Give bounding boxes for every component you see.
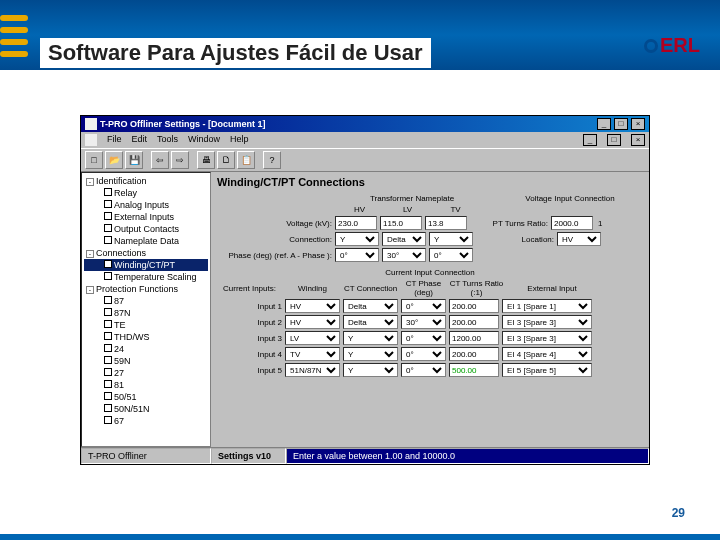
voltage-hv-input[interactable] xyxy=(335,216,377,230)
voltage-input-label: Voltage Input Connection xyxy=(510,194,630,203)
connection-lv-select[interactable]: Delta xyxy=(382,232,426,246)
ct-ratio-input[interactable] xyxy=(449,315,499,329)
toolbar-nav-left-button[interactable]: ⇦ xyxy=(151,151,169,169)
current-input-row: Input 1HVDelta0°EI 1 [Spare 1] xyxy=(217,299,643,313)
tree-item[interactable]: 50N/51N xyxy=(84,403,208,415)
input-label: Input 4 xyxy=(217,350,282,359)
winding-select[interactable]: HV xyxy=(285,315,340,329)
ct-phase-select[interactable]: 0° xyxy=(401,347,446,361)
ct-connection-select[interactable]: Delta xyxy=(343,315,398,329)
tree-item[interactable]: -Protection Functions xyxy=(84,283,208,295)
winding-select[interactable]: 51N/87N xyxy=(285,363,340,377)
tree-item[interactable]: 67 xyxy=(84,415,208,427)
toolbar-copy-button[interactable]: 📋 xyxy=(237,151,255,169)
main-panel: Winding/CT/PT Connections Transformer Na… xyxy=(211,172,649,447)
ct-ratio-input[interactable] xyxy=(449,363,499,377)
tree-item[interactable]: 59N xyxy=(84,355,208,367)
tree-item[interactable]: Analog Inputs xyxy=(84,199,208,211)
winding-select[interactable]: LV xyxy=(285,331,340,345)
toolbar-nav-right-button[interactable]: ⇨ xyxy=(171,151,189,169)
panel-title: Winding/CT/PT Connections xyxy=(217,176,643,188)
tree-item[interactable]: 87 xyxy=(84,295,208,307)
tree-item[interactable]: 50/51 xyxy=(84,391,208,403)
ct-ratio-input[interactable] xyxy=(449,347,499,361)
external-input-select[interactable]: EI 5 [Spare 5] xyxy=(502,363,592,377)
winding-select[interactable]: HV xyxy=(285,299,340,313)
toolbar-preview-button[interactable]: 🗋 xyxy=(217,151,235,169)
tree-item[interactable]: Winding/CT/PT xyxy=(84,259,208,271)
ct-phase-select[interactable]: 0° xyxy=(401,331,446,345)
tree-item[interactable]: -Connections xyxy=(84,247,208,259)
location-label: Location: xyxy=(484,235,554,244)
nav-tree[interactable]: -IdentificationRelayAnalog InputsExterna… xyxy=(81,172,211,447)
doc-maximize-button[interactable]: □ xyxy=(607,134,621,146)
transformer-nameplate-label: Transformer Nameplate xyxy=(337,194,487,203)
menu-window[interactable]: Window xyxy=(188,134,220,146)
tree-item[interactable]: Output Contacts xyxy=(84,223,208,235)
toolbar-print-button[interactable]: 🖶 xyxy=(197,151,215,169)
phase-tv-select[interactable]: 0° xyxy=(429,248,473,262)
voltage-lv-input[interactable] xyxy=(380,216,422,230)
tree-item[interactable]: Relay xyxy=(84,187,208,199)
input-label: Input 2 xyxy=(217,318,282,327)
location-select[interactable]: HV xyxy=(557,232,601,246)
voltage-tv-input[interactable] xyxy=(425,216,467,230)
col-ct-phase: CT Phase (deg) xyxy=(401,279,446,297)
toolbar-save-button[interactable]: 💾 xyxy=(125,151,143,169)
menu-edit[interactable]: Edit xyxy=(132,134,148,146)
ct-ratio-input[interactable] xyxy=(449,331,499,345)
connection-tv-select[interactable]: Y xyxy=(429,232,473,246)
external-input-select[interactable]: EI 3 [Spare 3] xyxy=(502,315,592,329)
current-input-row: Input 3LVY0°EI 3 [Spare 3] xyxy=(217,331,643,345)
tree-item[interactable]: Nameplate Data xyxy=(84,235,208,247)
tree-item[interactable]: External Inputs xyxy=(84,211,208,223)
connection-hv-select[interactable]: Y xyxy=(335,232,379,246)
external-input-select[interactable]: EI 3 [Spare 3] xyxy=(502,331,592,345)
menu-tools[interactable]: Tools xyxy=(157,134,178,146)
phase-label: Phase (deg) (ref. A - Phase ): xyxy=(217,251,332,260)
input-label: Input 3 xyxy=(217,334,282,343)
tree-item[interactable]: -Identification xyxy=(84,175,208,187)
col-lv: LV xyxy=(385,205,430,214)
current-input-row: Input 551N/87NY0°EI 5 [Spare 5] xyxy=(217,363,643,377)
voltage-label: Voltage (kV): xyxy=(217,219,332,228)
external-input-select[interactable]: EI 1 [Spare 1] xyxy=(502,299,592,313)
tree-item[interactable]: 87N xyxy=(84,307,208,319)
tree-item[interactable]: TE xyxy=(84,319,208,331)
current-input-row: Input 4TVY0°EI 4 [Spare 4] xyxy=(217,347,643,361)
toolbar-new-button[interactable]: □ xyxy=(85,151,103,169)
current-section-label: Current Input Connection xyxy=(385,268,474,277)
phase-lv-select[interactable]: 30° xyxy=(382,248,426,262)
toolbar-help-button[interactable]: ? xyxy=(263,151,281,169)
close-button[interactable]: × xyxy=(631,118,645,130)
tree-item[interactable]: 81 xyxy=(84,379,208,391)
ct-phase-select[interactable]: 0° xyxy=(401,299,446,313)
ct-ratio-input[interactable] xyxy=(449,299,499,313)
tree-item[interactable]: Temperature Scaling xyxy=(84,271,208,283)
phase-hv-select[interactable]: 0° xyxy=(335,248,379,262)
doc-minimize-button[interactable]: _ xyxy=(583,134,597,146)
external-input-select[interactable]: EI 4 [Spare 4] xyxy=(502,347,592,361)
slide-title: Software Para Ajustes Fácil de Usar xyxy=(40,38,431,68)
menu-file[interactable]: File xyxy=(107,134,122,146)
minimize-button[interactable]: _ xyxy=(597,118,611,130)
maximize-button[interactable]: □ xyxy=(614,118,628,130)
current-rows-container: Input 1HVDelta0°EI 1 [Spare 1]Input 2HVD… xyxy=(217,299,643,377)
ct-connection-select[interactable]: Y xyxy=(343,347,398,361)
titlebar: T-PRO Offliner Settings - [Document 1] _… xyxy=(81,116,649,132)
ct-phase-select[interactable]: 30° xyxy=(401,315,446,329)
tree-item[interactable]: THD/WS xyxy=(84,331,208,343)
menu-help[interactable]: Help xyxy=(230,134,249,146)
doc-close-button[interactable]: × xyxy=(631,134,645,146)
bottom-bar xyxy=(0,534,720,540)
tree-item[interactable]: 27 xyxy=(84,367,208,379)
col-winding: Winding xyxy=(285,284,340,293)
ct-connection-select[interactable]: Delta xyxy=(343,299,398,313)
ct-connection-select[interactable]: Y xyxy=(343,331,398,345)
tree-item[interactable]: 24 xyxy=(84,343,208,355)
winding-select[interactable]: TV xyxy=(285,347,340,361)
ct-phase-select[interactable]: 0° xyxy=(401,363,446,377)
toolbar-open-button[interactable]: 📂 xyxy=(105,151,123,169)
pt-ratio-input[interactable] xyxy=(551,216,593,230)
ct-connection-select[interactable]: Y xyxy=(343,363,398,377)
